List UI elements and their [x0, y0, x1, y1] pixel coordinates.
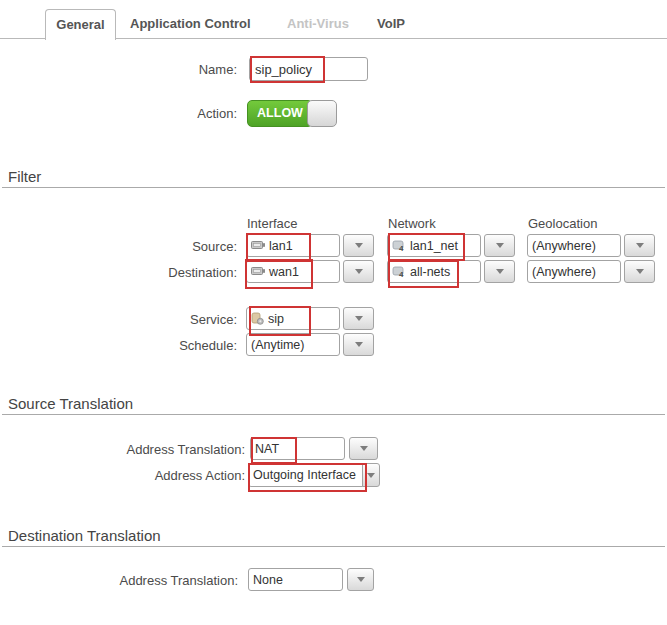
source-interface-field[interactable]: lan1 — [246, 234, 340, 257]
tab-general-label: General — [56, 17, 104, 32]
source-translation-section-rule — [2, 414, 665, 415]
column-header-network: Network — [388, 216, 436, 231]
tab-application-control[interactable]: Application Control — [130, 16, 251, 31]
dest-address-translation-value: None — [253, 573, 283, 587]
source-geolocation-dropdown-button[interactable] — [624, 234, 655, 257]
action-toggle-knob[interactable] — [307, 100, 337, 127]
destination-interface-dropdown-button[interactable] — [343, 260, 374, 283]
schedule-value: (Anytime) — [251, 338, 304, 352]
interface-icon — [251, 240, 265, 251]
ip4-network-icon: 4 — [392, 266, 406, 278]
destination-geolocation-field[interactable]: (Anywhere) — [527, 260, 621, 283]
destination-interface-field[interactable]: wan1 — [246, 260, 340, 283]
dest-address-translation-label: Address Translation: — [0, 573, 238, 588]
chevron-down-icon — [496, 243, 504, 248]
svg-text:4: 4 — [399, 270, 404, 278]
source-network-field[interactable]: 4 lan1_net — [387, 234, 481, 257]
tab-application-control-label: Application Control — [130, 16, 251, 31]
service-field[interactable]: sip — [246, 307, 340, 330]
chevron-down-icon — [357, 577, 365, 582]
chevron-down-icon — [496, 269, 504, 274]
chevron-down-icon — [355, 316, 363, 321]
destination-label: Destination: — [0, 265, 237, 280]
chevron-down-icon — [355, 243, 363, 248]
destination-network-dropdown-button[interactable] — [484, 260, 515, 283]
tab-general[interactable]: General — [45, 9, 116, 40]
source-geolocation-field[interactable]: (Anywhere) — [527, 234, 621, 257]
chevron-down-icon — [636, 269, 644, 274]
chevron-down-icon — [360, 446, 368, 451]
filter-section-rule — [2, 187, 665, 188]
destination-geolocation-dropdown-button[interactable] — [624, 260, 655, 283]
source-geolocation-value: (Anywhere) — [532, 239, 596, 253]
name-label: Name: — [0, 62, 237, 77]
chevron-down-icon — [636, 243, 644, 248]
service-label: Service: — [0, 312, 237, 327]
destination-network-value: all-nets — [410, 265, 450, 279]
action-toggle-state: ALLOW — [247, 100, 313, 127]
source-network-dropdown-button[interactable] — [484, 234, 515, 257]
service-dropdown-button[interactable] — [343, 307, 374, 330]
name-input[interactable] — [249, 57, 368, 81]
schedule-field[interactable]: (Anytime) — [246, 333, 340, 356]
destination-interface-value: wan1 — [269, 265, 299, 279]
ip4-network-icon: 4 — [392, 240, 406, 252]
destination-translation-section-rule — [2, 546, 665, 547]
address-translation-field[interactable]: NAT — [250, 437, 345, 460]
tab-anti-virus: Anti-Virus — [287, 16, 349, 31]
column-header-interface: Interface — [247, 216, 298, 231]
dest-address-translation-dropdown-button[interactable] — [347, 568, 374, 591]
schedule-label: Schedule: — [0, 338, 237, 353]
action-label: Action: — [0, 106, 237, 121]
tab-voip[interactable]: VoIP — [377, 16, 405, 31]
column-header-geolocation: Geolocation — [528, 216, 597, 231]
source-network-value: lan1_net — [410, 239, 458, 253]
source-translation-section-title: Source Translation — [8, 395, 133, 412]
source-interface-value: lan1 — [269, 239, 293, 253]
destination-network-field[interactable]: 4 all-nets — [387, 260, 481, 283]
filter-section-title: Filter — [8, 168, 41, 185]
address-action-field[interactable]: Outgoing Interface — [248, 463, 363, 487]
tab-anti-virus-label: Anti-Virus — [287, 16, 349, 31]
address-action-dropdown-button[interactable] — [362, 463, 380, 487]
destination-geolocation-value: (Anywhere) — [532, 265, 596, 279]
action-toggle[interactable]: ALLOW — [247, 100, 337, 127]
address-action-label: Address Action: — [0, 468, 245, 483]
schedule-dropdown-button[interactable] — [343, 333, 374, 356]
source-label: Source: — [0, 239, 237, 254]
svg-text:4: 4 — [399, 244, 404, 252]
chevron-down-icon — [367, 473, 375, 478]
interface-icon — [251, 266, 265, 277]
service-icon — [251, 312, 264, 325]
address-translation-value: NAT — [255, 442, 279, 456]
dest-address-translation-field[interactable]: None — [248, 568, 343, 591]
destination-translation-section-title: Destination Translation — [8, 527, 161, 544]
tab-voip-label: VoIP — [377, 16, 405, 31]
service-value: sip — [268, 312, 284, 326]
chevron-down-icon — [355, 342, 363, 347]
policy-editor-page: General Application Control Anti-Virus V… — [0, 0, 667, 625]
source-interface-dropdown-button[interactable] — [343, 234, 374, 257]
address-action-value: Outgoing Interface — [253, 468, 356, 482]
chevron-down-icon — [355, 269, 363, 274]
address-translation-label: Address Translation: — [0, 442, 245, 457]
address-translation-dropdown-button[interactable] — [349, 437, 378, 460]
